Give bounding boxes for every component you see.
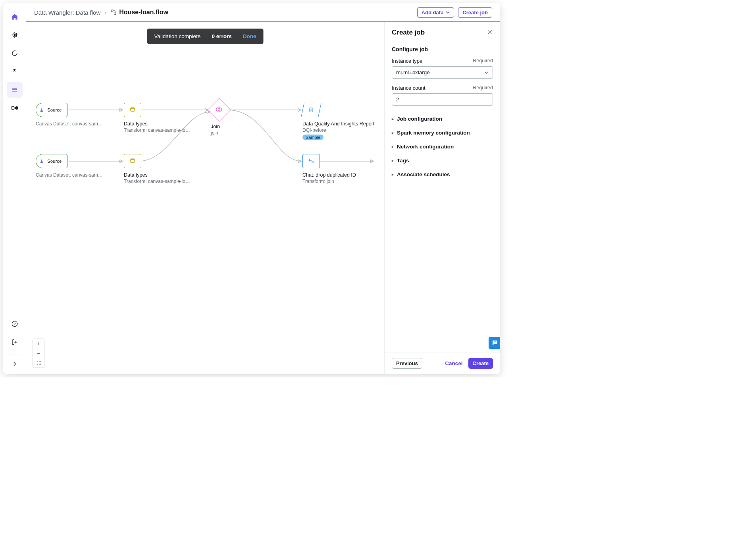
create-job-panel: Create job Configure job Instance type R… [384,22,500,374]
svg-point-19 [131,158,135,160]
processor-icon[interactable] [7,27,23,43]
node-dqi[interactable]: Data Quality And Insights Report DQI-bef… [302,103,382,140]
chat-fab[interactable] [489,337,500,349]
toast-status: Validation complete [154,33,201,39]
node-source-2-title: Canvas Dataset: canvas-sample-loans-… [36,172,103,178]
breadcrumb-root[interactable]: Data Wrangler: Data flow [34,9,100,16]
join-icon [216,106,223,113]
panel-title: Create job [392,29,425,37]
svg-point-11 [12,91,13,92]
dataset-icon [39,107,45,113]
close-panel-button[interactable] [487,29,493,37]
left-sidebar: * ? [3,3,26,374]
svg-point-12 [11,106,14,110]
help-icon[interactable]: ? [7,316,23,332]
instance-type-value: ml.m5.4xlarge [396,69,430,75]
instance-type-select[interactable]: ml.m5.4xlarge [392,66,493,79]
node-dqi-title: Data Quality And Insights Report [302,121,382,127]
node-datatypes-1-title: Data types [124,121,203,127]
edges [26,22,384,374]
node-datatypes-2-sub: Transform: canvas-sample-loans-part-… [124,179,191,184]
node-datatypes-1[interactable]: Data types Transform: canvas-sample-loan… [124,103,203,133]
chat-icon [491,339,499,346]
svg-point-18 [131,107,135,109]
svg-point-13 [15,106,18,110]
node-join[interactable]: Join join [211,102,290,136]
flow-icon [110,9,117,15]
chat-transform-icon [308,158,315,165]
node-join-sub: join [211,130,290,136]
acc-network-config[interactable]: ▸Network configuration [392,140,493,154]
asterisk-icon[interactable]: * [7,64,23,79]
zoom-out-button[interactable]: − [33,348,44,358]
chevron-right-icon: › [104,9,106,16]
report-icon [308,107,314,113]
breadcrumb-file: House-loan.flow [119,9,168,16]
acc-job-configuration[interactable]: ▸Job configuration [392,112,493,126]
node-datatypes-1-sub: Transform: canvas-sample-loans-part-… [124,127,191,133]
svg-text:?: ? [13,322,15,326]
svg-point-10 [12,89,13,90]
logout-icon[interactable] [7,334,23,350]
zoom-fit-button[interactable] [33,358,44,368]
flow-canvas[interactable]: Validation complete 0 errors Done [26,22,384,374]
node-source-1-label: Source [47,108,62,112]
add-data-button[interactable]: Add data [417,7,454,18]
breadcrumb: Data Wrangler: Data flow › House-loan.fl… [34,9,168,16]
node-dqi-sub: DQI-before [302,127,382,133]
add-data-label: Add data [422,10,444,15]
svg-rect-17 [114,13,116,15]
chevron-down-icon [484,70,489,75]
node-source-1[interactable]: Source Canvas Dataset: canvas-sample-loa… [36,103,115,127]
svg-point-9 [12,88,13,89]
topbar: Data Wrangler: Data flow › House-loan.fl… [26,3,500,22]
refresh-icon[interactable] [7,45,23,61]
toast-errors: 0 errors [212,33,231,39]
instance-type-required: Required [473,58,493,64]
instance-count-required: Required [473,85,493,91]
node-chat[interactable]: Chat: drop duplicated ID Transform: join [302,154,382,184]
database-icon [129,158,136,165]
list-icon[interactable] [7,82,23,98]
node-datatypes-2-title: Data types [124,172,203,178]
node-source-1-title: Canvas Dataset: canvas-sample-loans-… [36,121,103,127]
home-icon[interactable] [7,9,23,25]
svg-rect-1 [13,34,15,36]
node-datatypes-2[interactable]: Data types Transform: canvas-sample-loan… [124,154,203,184]
database-icon [129,106,136,114]
node-join-title: Join [211,124,290,129]
node-dqi-badge: Sample [302,135,323,140]
node-source-2-label: Source [47,159,62,164]
create-job-label: Create job [462,10,488,15]
expand-sidebar-icon[interactable] [7,356,23,372]
svg-rect-16 [111,10,113,12]
instance-count-input[interactable] [392,93,493,106]
instance-type-label: Instance type [392,58,422,64]
dataset-icon [39,158,45,164]
validation-toast: Validation complete 0 errors Done [147,29,264,44]
node-chat-sub: Transform: join [302,179,382,184]
acc-tags[interactable]: ▸Tags [392,154,493,167]
zoom-in-button[interactable]: + [33,339,44,348]
zoom-controls: + − [33,339,44,368]
configure-job-heading: Configure job [392,46,493,52]
close-icon [487,29,493,35]
toast-done-link[interactable]: Done [243,33,256,39]
previous-button[interactable]: Previous [392,358,422,369]
acc-associate-schedules[interactable]: ▸Associate schedules [392,167,493,181]
chevron-down-icon [446,10,450,14]
cancel-link[interactable]: Cancel [445,360,462,366]
acc-spark-memory[interactable]: ▸Spark memory configuration [392,126,493,140]
create-job-button[interactable]: Create job [458,7,492,18]
toggle-icon[interactable] [7,100,23,116]
create-button[interactable]: Create [468,358,493,369]
instance-count-label: Instance count [392,85,425,91]
node-chat-title: Chat: drop duplicated ID [302,172,382,178]
node-source-2[interactable]: Source Canvas Dataset: canvas-sample-loa… [36,154,115,178]
